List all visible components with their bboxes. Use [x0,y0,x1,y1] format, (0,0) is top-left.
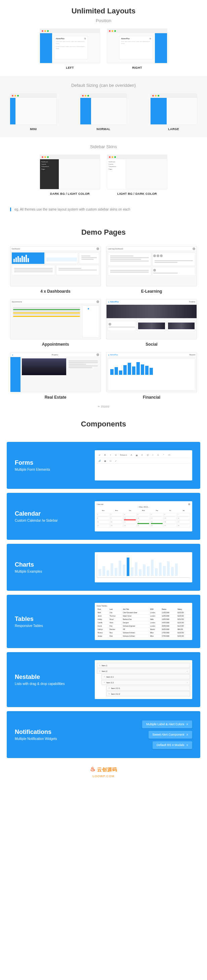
toolbar-button[interactable]: • [151,453,154,457]
sidebar-menu: Dashboard Layouts Components Pages [107,159,126,172]
next-month-icon[interactable]: › [149,506,149,508]
calendar-day[interactable]: 13 [164,517,177,520]
calendar-day[interactable]: 2 [110,513,124,516]
day-header: Sat [177,509,190,512]
toolbar-button[interactable]: ↶ [98,453,101,457]
table-row[interactable]: MonicaRiosSoftware ArchitectMilan17/05/1… [97,631,190,635]
calendar-day[interactable]: 16 [110,520,124,524]
list-item[interactable]: ≡Item 2− [97,668,190,674]
link-icon[interactable]: 🔗 [98,459,101,462]
table-row[interactable]: JordanParkSoftware ArchitectMilan17/05/1… [97,635,190,638]
collapse-icon[interactable]: − [186,682,188,684]
toolbar-button[interactable]: ≡ [140,453,144,457]
table-row[interactable]: AshleyWoodBackend DevWells13/05/1968$152… [97,618,190,621]
demo-financial[interactable]: ▲ AdminPlusReports Financial [106,352,197,399]
table-header[interactable]: Job Title [122,608,149,611]
drag-handle-icon[interactable]: ≡ [109,687,110,689]
table-header[interactable]: Status [160,608,177,611]
drag-handle-icon[interactable]: ≡ [99,664,101,667]
table-row[interactable]: MarkOttoChief Sandwich EaterLondon11/05/… [97,611,190,614]
calendar-day[interactable]: 20 [164,520,177,524]
table-header[interactable]: DOB [149,608,161,611]
calendar-day[interactable]: 3 [124,513,136,516]
toolbar-button[interactable]: 1. [157,453,160,457]
demo-realestate[interactable]: ▲Property Real Estate [10,352,101,399]
video-icon[interactable]: ▭ [109,459,112,462]
calendar-day[interactable]: 19 [150,520,163,524]
calendar-day[interactable]: 14 [177,517,190,520]
drag-handle-icon[interactable]: ≡ [104,676,105,678]
drag-handle-icon[interactable]: ≡ [99,670,101,672]
table-row[interactable]: KathrynRamirezHRMadrid16/05/1968$98,000 [97,628,190,631]
calendar-day[interactable]: 5 [150,513,163,516]
sidebar-item[interactable]: Dashboard [41,161,58,163]
toolbar-button[interactable]: I [109,453,112,457]
list-item[interactable]: ≡Item 2.1 [101,674,190,679]
calendar-day[interactable]: 1 [97,513,110,516]
toolbar-button[interactable]: Roboto ▾ [120,454,128,456]
sidebar-item[interactable]: Pages [109,168,124,170]
calendar-day[interactable]: 8 [97,517,110,520]
sidebar-item[interactable]: Layouts [41,163,58,165]
close-icon[interactable]: ✕ [84,38,86,40]
sidebar-item[interactable]: Pages [41,168,58,170]
calendar-day[interactable]: 15 [97,520,110,524]
table-header[interactable]: Last [109,608,122,611]
calendar-day[interactable]: 27 [164,524,177,527]
toolbar-button[interactable]: B [104,453,107,457]
sidebar-item[interactable]: Components [109,165,124,168]
calendar-day[interactable]: 11 [137,517,150,520]
alert-pill[interactable]: Sweet Alert Component× [149,731,192,738]
list-item[interactable]: ≡Item 2.2.2 [106,691,190,696]
calendar-day[interactable]: 26 [150,524,163,527]
close-icon[interactable]: × [186,743,188,747]
alert-pill[interactable]: Multiple Label & Alert Colors× [142,721,192,728]
demo-elearning[interactable]: Learning Dashboard E-Learning [106,246,197,294]
toolbar-button[interactable]: ☰ [146,453,149,457]
sidebar-item[interactable]: Layouts [109,163,124,165]
calendar-day[interactable]: 23 [110,524,124,527]
toolbar-button[interactable]: ▦ [135,453,138,457]
list-item[interactable]: ≡Item 1 [97,663,190,668]
close-icon[interactable]: ✕ [149,38,151,40]
calendar-day[interactable]: 22 [97,524,110,527]
calendar-day[interactable]: 7 [177,513,190,516]
close-icon[interactable]: × [186,722,188,726]
calendar-day[interactable]: 21 [177,520,190,524]
calendar-day[interactable]: 24 [124,524,136,527]
calendar-day[interactable]: 12 [150,517,163,520]
drag-handle-icon[interactable]: ≡ [109,693,110,695]
toolbar-button[interactable]: </> [167,454,171,456]
drag-handle-icon[interactable]: ≡ [104,681,105,684]
list-item[interactable]: ≡Item 2.2− [101,680,190,685]
demo-social[interactable]: ▲ AdminPlusTimeline Social [106,299,197,347]
calendar-day[interactable]: 18 [137,520,150,524]
table-header[interactable]: Salary [177,608,190,611]
table-row[interactable]: JacobThorntonSalad OwnerLondon12/05/1968… [97,614,190,618]
toolbar-button[interactable]: A [130,453,133,457]
sidebar-item[interactable]: Components [41,165,58,168]
expand-icon[interactable]: ⤢ [114,459,118,462]
prev-month-icon[interactable]: ‹ [138,506,138,508]
collapse-icon[interactable]: − [186,670,188,672]
demo-dashboards[interactable]: Dashboard 4 x Dashboards [10,246,101,294]
calendar-day[interactable]: 25 [137,524,150,527]
close-icon[interactable]: × [186,733,188,737]
calendar-day[interactable]: 17 [124,520,136,524]
more-link[interactable]: + more [0,404,207,408]
calendar-day[interactable]: 10 [124,517,136,520]
calendar-day[interactable]: 9 [110,517,124,520]
table-row[interactable]: DustinFinnSoftware EngineerLondon15/05/1… [97,625,190,628]
demo-appointments[interactable]: Appointments Appointments [10,299,101,347]
list-item[interactable]: ≡Item 2.2.1 [106,686,190,690]
calendar-day[interactable]: 4 [137,513,150,516]
table-header[interactable]: First [97,608,109,611]
toolbar-button[interactable]: U [114,453,118,457]
calendar-day[interactable]: 28 [177,524,190,527]
alert-pill[interactable]: Default BS 4 Modals× [152,741,192,749]
toolbar-button[interactable]: " [162,453,165,457]
image-icon[interactable]: ▦ [104,459,107,462]
calendar-day[interactable]: 6 [164,513,177,516]
sidebar-item[interactable]: Dashboard [109,161,124,163]
table-row[interactable]: CamilaAlvesDesignerLondon14/05/1968$125,… [97,621,190,625]
